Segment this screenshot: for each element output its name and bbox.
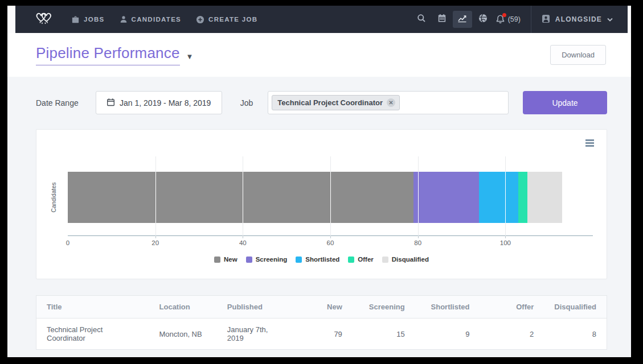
bell-icon	[495, 14, 506, 24]
x-tick-label: 0	[66, 239, 69, 246]
legend-swatch	[296, 257, 302, 263]
page-title: Pipeline Performance	[36, 44, 180, 65]
column-header-disqualified: Disqualified	[544, 296, 607, 318]
calendar-icon	[107, 98, 115, 108]
x-tick-label: 60	[327, 239, 334, 246]
calendar-icon	[437, 14, 447, 25]
chart-gridline-overlay	[330, 172, 331, 223]
date-range-label: Date Range	[36, 98, 79, 107]
chart-gridline-overlay	[418, 172, 419, 223]
legend-swatch	[246, 257, 252, 263]
legend-item-offer[interactable]: Offer	[348, 256, 373, 263]
table-row[interactable]: Technical Project CoordinatorMoncton, NB…	[36, 318, 607, 350]
bar-segment-new[interactable]	[68, 172, 413, 223]
person-icon	[120, 15, 128, 23]
job-tag: Technical Project Coordinator ✕	[272, 95, 400, 110]
x-tick-label: 80	[414, 239, 421, 246]
column-header-screening: Screening	[353, 296, 415, 318]
chevron-down-icon	[607, 15, 613, 23]
page-header: Pipeline Performance ▼ Download	[7, 33, 631, 77]
bar-segment-shortlisted[interactable]	[479, 172, 518, 223]
pipeline-table-card: TitleLocationPublishedNewScreeningShortl…	[36, 295, 607, 350]
legend-label: New	[224, 256, 237, 263]
download-button[interactable]: Download	[550, 45, 606, 65]
bar-segment-offer[interactable]	[518, 172, 527, 223]
nav-divider	[531, 6, 531, 33]
globe-button[interactable]	[473, 11, 493, 28]
job-select-input[interactable]: Technical Project Coordinator ✕	[268, 91, 509, 114]
table-cell: Technical Project Coordinator	[36, 318, 149, 350]
double-heart-icon	[32, 11, 55, 28]
legend-item-disqualified[interactable]: Disqualified	[382, 256, 429, 263]
legend-swatch	[214, 257, 220, 263]
chart-ylabel: Candidates	[50, 182, 57, 212]
briefcase-icon	[71, 15, 80, 24]
chart-gridline-overlay	[505, 172, 506, 223]
x-tick-label: 20	[151, 239, 159, 246]
column-header-published: Published	[217, 296, 290, 318]
date-range-input[interactable]: Jan 1, 2019 - Mar 8, 2019	[96, 91, 222, 114]
legend-label: Offer	[358, 256, 373, 263]
pipeline-chart-card: Candidates 020406080100 NewScreeningShor…	[36, 129, 607, 279]
chart-menu-icon[interactable]	[585, 139, 594, 148]
bar-segment-disqualified[interactable]	[527, 172, 562, 223]
filter-bar: Date Range Jan 1, 2019 - Mar 8, 2019 Job…	[36, 91, 607, 114]
axis-tick	[418, 236, 419, 238]
table-cell: January 7th, 2019	[217, 318, 290, 350]
table-cell: 9	[415, 318, 480, 350]
account-menu[interactable]: ALONGSIDE	[542, 14, 613, 25]
table-header-row: TitleLocationPublishedNewScreeningShortl…	[36, 296, 607, 318]
legend-item-shortlisted[interactable]: Shortlisted	[296, 256, 339, 263]
notification-count: (59)	[508, 15, 521, 23]
column-header-offer: Offer	[480, 296, 544, 318]
bar-segment-screening[interactable]	[413, 172, 479, 223]
legend-item-screening[interactable]: Screening	[246, 256, 288, 263]
nav-item-candidates[interactable]: CANDIDATES	[120, 15, 182, 23]
alongside-logo[interactable]	[32, 11, 55, 28]
account-label: ALONGSIDE	[555, 15, 602, 23]
job-tag-label: Technical Project Coordinator	[277, 98, 383, 107]
column-header-title: Title	[36, 296, 149, 318]
nav-item-label: CANDIDATES	[132, 16, 182, 23]
top-navbar: JOBS CANDIDATES CREATE J	[15, 6, 628, 33]
legend-label: Screening	[256, 256, 288, 263]
account-badge-icon	[542, 14, 550, 25]
nav-item-create-job[interactable]: CREATE JOB	[196, 15, 257, 24]
legend-item-new[interactable]: New	[214, 256, 237, 263]
date-range-value: Jan 1, 2019 - Mar 8, 2019	[120, 98, 211, 107]
nav-left: JOBS CANDIDATES CREATE J	[15, 11, 272, 28]
column-header-location: Location	[149, 296, 217, 318]
caret-down-icon: ▼	[186, 49, 194, 61]
chart-gridline-overlay	[155, 172, 156, 223]
globe-icon	[478, 14, 488, 25]
chart-plot-area	[68, 156, 593, 236]
remove-tag-icon[interactable]: ✕	[387, 98, 395, 107]
column-header-shortlisted: Shortlisted	[415, 296, 480, 318]
chart-x-axis-labels: 020406080100	[68, 239, 593, 247]
reports-button[interactable]	[453, 11, 472, 28]
chart-gridline-overlay	[243, 172, 243, 223]
column-header-new: New	[290, 296, 353, 318]
nav-item-label: JOBS	[84, 16, 105, 23]
job-label: Job	[240, 98, 253, 107]
notifications-button[interactable]: (59)	[495, 14, 521, 24]
search-icon	[417, 14, 426, 25]
legend-label: Disqualified	[392, 256, 429, 263]
content-area: Date Range Jan 1, 2019 - Mar 8, 2019 Job…	[7, 77, 631, 357]
line-chart-icon	[457, 14, 467, 25]
table-body: Technical Project CoordinatorMoncton, NB…	[36, 318, 607, 350]
pipeline-table: TitleLocationPublishedNewScreeningShortl…	[36, 296, 607, 349]
nav-item-jobs[interactable]: JOBS	[71, 15, 105, 24]
search-button[interactable]	[412, 11, 431, 28]
axis-tick	[243, 236, 243, 238]
calendar-button[interactable]	[432, 11, 452, 28]
axis-tick	[155, 236, 156, 238]
notification-dot	[502, 13, 506, 17]
plus-circle-icon	[196, 15, 204, 24]
update-button[interactable]: Update	[523, 91, 607, 114]
legend-swatch	[382, 257, 388, 263]
axis-tick	[330, 236, 331, 238]
axis-tick	[505, 236, 506, 238]
table-cell: 79	[290, 318, 353, 350]
report-selector[interactable]: Pipeline Performance ▼	[36, 44, 193, 65]
